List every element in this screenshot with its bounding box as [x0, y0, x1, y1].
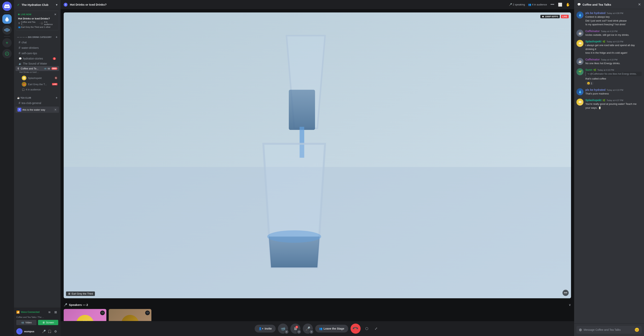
speakers-chevron: ∨ [569, 303, 571, 307]
headphone-button[interactable]: 🎧 [47, 328, 52, 334]
msg-text-1b: Did I just work out? Iced drink please [586, 19, 642, 23]
msg-avatar-pls2: 💧 [576, 88, 584, 95]
leave-label: Leave the Stage [324, 327, 344, 330]
msg-avatar-pls: 💧 [576, 12, 584, 19]
chat-icon: 💬 [577, 3, 581, 6]
more-options-btn[interactable]: ••• [549, 2, 556, 8]
stage-count: 06 [48, 67, 50, 70]
server-separator-2 [4, 36, 10, 37]
leaf-badge-5: 🌿 [593, 69, 596, 71]
mic-control-group: 🎤 ▾ [303, 323, 313, 334]
channel-sound-of-water[interactable]: 🔉 The Sound of Water [16, 61, 59, 66]
live-now-text: LIVE NOW [21, 13, 31, 16]
svg-point-7 [267, 230, 321, 243]
screen-dropdown[interactable]: ▾ [296, 329, 301, 334]
channel-chat[interactable]: # chat [16, 40, 59, 45]
message-1: 💧 pls be hydrated Today at 4:08 PM Conte… [576, 12, 642, 27]
message-5: 🌱 Sunn 🌿 Today at 4:10 PM ↪ @Caffeinator… [576, 68, 642, 85]
screen-x-badge: ✕ [296, 326, 298, 328]
msg-content-6: pls be hydrated Today at 4:10 PM That's … [586, 88, 642, 96]
emoji-button[interactable]: 😊 [634, 327, 639, 332]
chat-plus-icon[interactable]: ⊕ [579, 327, 582, 332]
popout-btn[interactable]: ⬡ [363, 325, 371, 332]
voice-user-earl[interactable]: 🫖 Earl Grey the T... LIVE [20, 81, 59, 87]
server-sidebar: + [0, 0, 14, 336]
headphone-icon: 🎧 [22, 88, 25, 91]
stage-channel-icon-header: 🎙 [64, 3, 68, 7]
invite-button[interactable]: 👤+ Invite [255, 325, 276, 332]
msg-header-4: Caffeinator Today at 4:10 PM [586, 58, 642, 61]
stage-content: ⏺ 1080P 60FPS LIVE 🖥 Earl Grey the Third… [60, 9, 574, 321]
msg-text-6: That's pure madness [586, 92, 642, 96]
msg-header-2: Caffeinator Today at 4:10 PM [586, 30, 642, 33]
chat-close-btn[interactable]: ✕ [638, 2, 641, 7]
server-header[interactable]: ✓ The Hydration Club ▾ [14, 0, 60, 9]
discover-button[interactable] [2, 49, 12, 58]
msg-content-2: Caffeinator Today at 4:10 PM Icicles out… [586, 30, 642, 37]
fullscreen-btn[interactable]: ⬜ [557, 2, 563, 8]
stage-badge: 9999 [51, 67, 58, 70]
tea-add-icon[interactable]: + [56, 96, 58, 100]
mic-button[interactable]: 🎤 [41, 328, 46, 334]
hydration-badge: 1 [53, 57, 56, 60]
speaking-count: 🎤 2 speaking [509, 3, 525, 6]
leave-stage-button[interactable]: 👥 Leave the Stage [315, 325, 348, 332]
voice-disconnect-btn[interactable]: ⊠ [53, 309, 58, 315]
stream-overlay: 🖥 Earl Grey the Third [66, 291, 95, 296]
channel-list: — — — — BIG DRINK CATEGORY + # chat # wa… [14, 32, 60, 308]
message-7: 🕶 Splashspekt 🌿 Today at 4:37 PM You're … [576, 99, 642, 110]
live-banner-close[interactable]: ✕ [54, 13, 56, 16]
chat-input[interactable] [584, 328, 633, 331]
voice-waves-btn[interactable]: ≋ [46, 309, 52, 315]
camera-dropdown[interactable]: ▾ [284, 329, 289, 334]
channel-tea-general[interactable]: # tea-club-general [16, 100, 59, 106]
stage-sub: Hot Drinks or Iced ... [16, 71, 59, 73]
category-big-drink[interactable]: — — — — BIG DRINK CATEGORY + [14, 33, 60, 40]
editing-icon-letter: T [19, 108, 20, 111]
user-avatar: 🐾 [16, 328, 22, 334]
msg-author-3: Splashspekt [586, 40, 601, 43]
category-add-icon[interactable]: + [56, 35, 58, 39]
discord-home-button[interactable] [2, 2, 12, 11]
stream-preview: ⏺ 1080P 60FPS LIVE 🖥 Earl Grey the Third… [64, 13, 571, 298]
channel-sound-name: The Sound of Water [23, 62, 56, 65]
fullscreen-stage-btn[interactable]: ⤢ [372, 325, 380, 332]
channel-water-drinkers[interactable]: # water-drinkers [16, 45, 59, 51]
people-icon-header: 👥 [528, 3, 531, 6]
record-icon: ⏺ [542, 15, 544, 18]
settings-button[interactable]: ⚙ [53, 328, 58, 334]
server-icon-hydration[interactable] [2, 14, 12, 24]
mic-dropdown[interactable]: ▾ [309, 329, 314, 334]
msg-avatar-caff: ☕ [576, 30, 584, 37]
splashspekt-avatar: 🕶 [22, 76, 26, 80]
thread-icon: 💬 [19, 57, 22, 60]
stage-channel-icon: 🎙 [17, 67, 20, 70]
stage-channel-header[interactable]: 🎙 Coffee and Te... 📹 06 9999 [16, 66, 59, 71]
reaction-5[interactable]: 😄 1 [586, 81, 594, 85]
server-dropdown-icon: ▾ [56, 3, 58, 7]
speakers-section-header[interactable]: 🎤 Speakers — 2 ∨ [64, 301, 571, 309]
message-4: ☕ Caffeinator Today at 4:10 PM No one li… [576, 58, 642, 65]
live-channel-name: Coffee and Tea T... [21, 21, 38, 26]
hand-raise-btn[interactable]: ✋ [565, 2, 571, 8]
headphone-icon-small: 🎧 [40, 22, 43, 25]
screen-button[interactable]: 🖥 Screen [38, 320, 58, 325]
chat-panel: 💬 Coffee and Tea Talks ✕ 💧 pls be hydrat… [574, 0, 644, 336]
server-icon-2[interactable] [2, 25, 12, 35]
live-badge: LIVE [561, 15, 569, 18]
editing-close[interactable]: ✕ [54, 108, 57, 111]
end-call-button[interactable]: 📞 [350, 323, 360, 334]
svg-rect-5 [289, 90, 315, 130]
stage-channel-item: 🎙 Coffee and Te... 📹 06 9999 Hot Drinks … [16, 66, 59, 92]
hash-icon-tea: # [19, 101, 20, 105]
msg-time-7: Today at 4:37 PM [606, 99, 623, 101]
video-button[interactable]: 📹 Video [16, 320, 36, 325]
channel-self-care[interactable]: # self-care-tips [16, 51, 59, 56]
voice-user-splashspekt[interactable]: 🕶 Splashspekt 🔇 [20, 75, 59, 81]
category-tea-club[interactable]: ☕ TEA CLUB + [14, 93, 60, 100]
channel-hydration-stories[interactable]: 💬 hydration-stories 1 [16, 56, 59, 61]
video-label: Video [25, 321, 32, 324]
stage-header: 🎙 Hot Drinks or Iced Drinks? 🎤 2 speakin… [60, 0, 574, 9]
msg-content-7: Splashspekt 🌿 Today at 4:37 PM You're re… [586, 99, 642, 110]
add-server-button[interactable]: + [2, 38, 12, 47]
